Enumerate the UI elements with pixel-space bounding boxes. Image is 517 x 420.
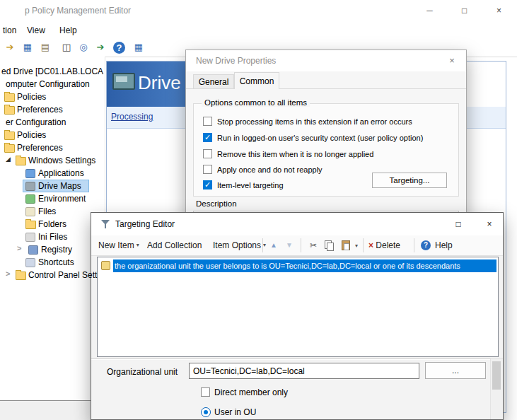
tree-item-label: ed Drive [DC01.LAB.LOCA xyxy=(1,65,103,78)
list-view-icon[interactable]: ▦ xyxy=(132,40,146,54)
targeting-items-list[interactable]: the organizational unit the user belongs… xyxy=(97,257,499,357)
folder-icon xyxy=(4,144,15,153)
collapsed-chevron-icon[interactable]: > xyxy=(6,269,10,278)
tree-item-control-panel-settings[interactable]: > Control Panel Sett xyxy=(0,269,105,281)
tree-item-computer-configuration[interactable]: omputer Configuration xyxy=(0,78,105,91)
menu-action[interactable]: tion xyxy=(0,24,19,37)
option-run-in-user-context[interactable]: Run in logged-on user's security context… xyxy=(186,133,466,144)
browse-button[interactable]: ... xyxy=(425,362,486,379)
option-stop-processing[interactable]: Stop processing items in this extension … xyxy=(186,117,466,128)
tree-item-label: Ini Files xyxy=(38,231,67,243)
checkbox[interactable] xyxy=(203,117,212,126)
tree-item-shortcuts[interactable]: Shortcuts xyxy=(0,256,105,269)
folder-icon xyxy=(25,221,36,229)
find-icon[interactable]: ◎ xyxy=(76,40,91,54)
panel-separator xyxy=(91,358,503,360)
menu-bar: tion View Help xyxy=(0,21,517,38)
tree-item-policies-computer[interactable]: Policies xyxy=(0,91,105,103)
tree-horizontal-scrollbar[interactable] xyxy=(0,400,91,420)
drive-header-icon xyxy=(112,73,135,90)
option-label: Run in logged-on user's security context… xyxy=(217,133,423,144)
export-icon[interactable]: ➔ xyxy=(93,40,108,54)
shortcuts-icon xyxy=(25,258,35,267)
window-titlebar[interactable]: p Policy Management Editor ─ □ × xyxy=(0,0,517,21)
close-button[interactable]: × xyxy=(475,213,504,235)
tree-item-environment[interactable]: Environment xyxy=(0,192,105,205)
dialog-titlebar[interactable]: New Drive Properties × xyxy=(186,50,466,71)
checkbox[interactable] xyxy=(203,133,212,142)
targeting-toolbar: New Item▾ Add Collection Item Options▾ ▲… xyxy=(91,235,503,256)
help-icon[interactable]: ? xyxy=(113,42,125,54)
new-item-button[interactable]: New Item▾ xyxy=(98,235,139,255)
panel-scrollbar[interactable] xyxy=(490,358,503,420)
checkbox[interactable] xyxy=(203,149,212,158)
tree-item-label: Registry xyxy=(41,243,72,256)
maximize-button[interactable]: □ xyxy=(448,0,481,21)
checkbox[interactable] xyxy=(201,387,210,397)
collapsed-chevron-icon[interactable]: > xyxy=(17,244,21,252)
radio-button[interactable] xyxy=(201,407,211,417)
paste-icon[interactable] xyxy=(342,240,350,250)
console-tree-icon[interactable]: ▦ xyxy=(21,40,35,54)
targeting-editor-dialog: Targeting Editor □ × New Item▾ Add Colle… xyxy=(91,212,504,420)
checkbox[interactable] xyxy=(203,180,212,189)
user-in-ou-label: User in OU xyxy=(214,407,256,418)
move-down-icon[interactable]: ▼ xyxy=(282,235,296,255)
printer-icon[interactable]: ◫ xyxy=(59,40,74,54)
maximize-button[interactable]: □ xyxy=(442,213,475,235)
tab-common[interactable]: Common xyxy=(234,72,279,89)
new-item-label: New Item xyxy=(98,240,134,250)
tree-item-ini-files[interactable]: Ini Files xyxy=(0,231,105,243)
tree-item-preferences-user[interactable]: Preferences xyxy=(0,141,105,154)
tree-item-label: Preferences xyxy=(17,103,63,116)
dialog-titlebar[interactable]: Targeting Editor □ × xyxy=(91,213,503,235)
targeting-button[interactable]: Targeting... xyxy=(372,173,447,188)
tree-item-label: Preferences xyxy=(17,141,63,154)
tree-item-preferences-computer[interactable]: Preferences xyxy=(0,103,105,116)
ou-condition-icon xyxy=(101,261,110,270)
tree-item-user-configuration[interactable]: er Configuration xyxy=(0,116,105,129)
tree-item-drive-maps[interactable]: Drive Maps xyxy=(0,180,105,192)
folder-icon xyxy=(4,93,15,102)
menu-view[interactable]: View xyxy=(24,24,48,37)
new-drive-properties-dialog: New Drive Properties × General Common Op… xyxy=(185,49,467,223)
menu-help[interactable]: Help xyxy=(57,24,80,37)
tree-item-windows-settings[interactable]: ◢ Windows Settings xyxy=(0,154,105,167)
tree-item-files[interactable]: Files xyxy=(0,205,105,218)
item-options-button[interactable]: Item Options▾ xyxy=(213,235,266,255)
scrollbar-thumb[interactable] xyxy=(492,361,501,390)
targeting-item-row[interactable]: the organizational unit the user belongs… xyxy=(98,259,497,272)
help-button[interactable]: Help xyxy=(435,235,453,255)
cut-icon[interactable]: ✂ xyxy=(306,235,320,255)
tree-item-policies-user[interactable]: Policies xyxy=(0,129,105,141)
toolbar-separator xyxy=(301,238,301,252)
minimize-button[interactable]: ─ xyxy=(413,0,446,21)
applications-icon xyxy=(25,169,35,178)
tree-item-label: Environment xyxy=(38,192,86,205)
paste-chevron-icon[interactable]: ▾ xyxy=(355,243,358,249)
organizational-unit-input[interactable] xyxy=(189,363,419,379)
tree-item-folders[interactable]: Folders xyxy=(0,218,105,231)
tree-item-registry[interactable]: > Registry xyxy=(0,243,105,256)
checkbox[interactable] xyxy=(203,165,212,174)
chevron-down-icon: ▾ xyxy=(263,242,266,248)
expanded-triangle-icon[interactable]: ◢ xyxy=(6,156,11,163)
add-collection-button[interactable]: Add Collection xyxy=(147,235,202,255)
clipboard-icon[interactable]: ▤ xyxy=(38,40,52,54)
dialog-title: Targeting Editor xyxy=(115,219,175,229)
copy-icon[interactable] xyxy=(325,240,334,250)
help-icon[interactable]: ? xyxy=(421,240,431,250)
delete-button[interactable]: × Delete xyxy=(368,235,400,255)
move-up-icon[interactable]: ▲ xyxy=(267,235,281,255)
close-icon[interactable]: × xyxy=(438,50,466,71)
nav-arrow-icon[interactable]: ➔ xyxy=(3,40,17,54)
option-remove-when-no-longer-applied[interactable]: Remove this item when it is no longer ap… xyxy=(186,149,466,161)
option-label: Stop processing items in this extension … xyxy=(217,117,412,127)
tree-item-applications[interactable]: Applications xyxy=(0,167,105,180)
processing-link[interactable]: Processing xyxy=(111,112,153,122)
toolbar-separator xyxy=(363,238,364,252)
tab-general[interactable]: General xyxy=(193,74,234,89)
close-button[interactable]: × xyxy=(482,0,516,21)
tree-item-label: Files xyxy=(38,205,56,218)
tree-item-mapped-drive[interactable]: ed Drive [DC01.LAB.LOCA xyxy=(0,65,105,78)
